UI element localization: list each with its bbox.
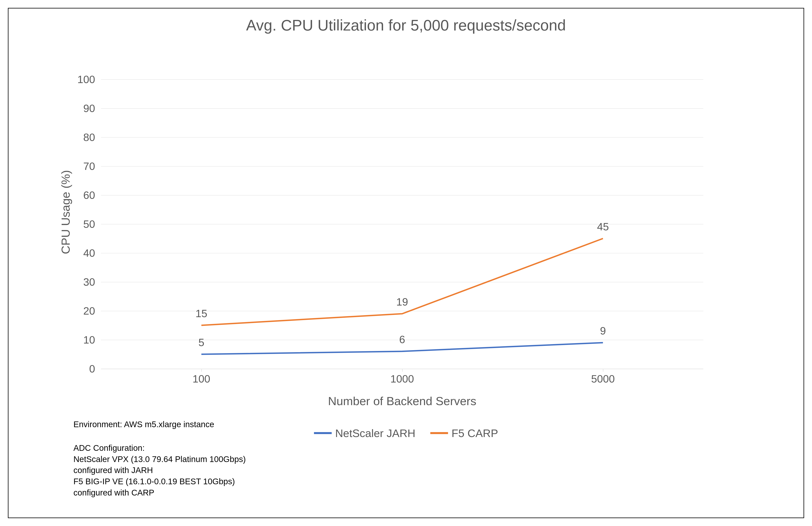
footnote-line: configured with JARH (73, 465, 246, 476)
plot-area: 0 10 20 30 40 50 60 70 80 90 100 100 100… (101, 79, 704, 369)
chart-frame: Avg. CPU Utilization for 5,000 requests/… (8, 8, 804, 518)
footnote-config: ADC Configuration: NetScaler VPX (13.0 7… (73, 442, 246, 498)
footnote-environment: Environment: AWS m5.xlarge instance (73, 419, 214, 430)
data-label: 15 (195, 307, 207, 320)
y-tick-label: 0 (71, 363, 95, 375)
data-label: 9 (600, 325, 606, 337)
footnote-line: F5 BIG-IP VE (16.1.0-0.0.19 BEST 10Gbps) (73, 476, 246, 487)
y-tick-label: 40 (71, 247, 95, 259)
y-tick-label: 90 (71, 102, 95, 114)
data-label: 5 (199, 336, 204, 348)
legend-item-f5: F5 CARP (430, 427, 498, 440)
y-tick-label: 80 (71, 131, 95, 143)
x-axis-title: Number of Backend Servers (101, 394, 704, 408)
x-tick-label: 5000 (583, 372, 623, 385)
y-tick-label: 100 (71, 73, 95, 85)
footnote-line: ADC Configuration: (73, 442, 246, 454)
x-tick-mark (402, 369, 403, 372)
y-tick-label: 10 (71, 334, 95, 346)
legend-label: F5 CARP (452, 427, 498, 440)
x-tick-mark (603, 369, 603, 372)
legend-label: NetScaler JARH (335, 427, 416, 440)
legend-item-netscaler: NetScaler JARH (314, 427, 416, 440)
y-tick-label: 50 (71, 218, 95, 230)
y-tick-label: 60 (71, 189, 95, 201)
x-tick-mark (201, 369, 202, 372)
legend-swatch-icon (430, 432, 448, 434)
legend-swatch-icon (314, 432, 332, 434)
y-axis-title: CPU Usage (%) (59, 163, 72, 261)
footnote-line: configured with CARP (73, 487, 246, 498)
data-label: 19 (396, 296, 408, 308)
y-tick-label: 30 (71, 276, 95, 288)
footnote-line: NetScaler VPX (13.0 79.64 Platinum 100Gb… (73, 454, 246, 465)
series-f5-carp (201, 238, 603, 325)
x-tick-label: 1000 (382, 372, 422, 385)
data-label: 45 (597, 220, 609, 233)
line-series-svg (101, 79, 704, 369)
y-tick-label: 70 (71, 160, 95, 172)
data-label: 6 (399, 333, 405, 346)
y-tick-label: 20 (71, 305, 95, 317)
chart-title: Avg. CPU Utilization for 5,000 requests/… (9, 16, 803, 34)
x-tick-label: 100 (182, 372, 221, 385)
